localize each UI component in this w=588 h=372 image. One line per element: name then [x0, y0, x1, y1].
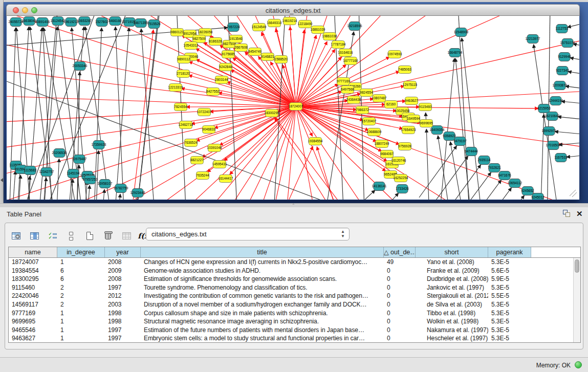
graph-node[interactable]: 19619214: [282, 17, 297, 25]
table-selector-dropdown[interactable]: citations_edges.txt ▲▼: [146, 228, 350, 240]
table-mode-button[interactable]: [9, 229, 23, 243]
edge-black[interactable]: [559, 142, 579, 145]
edge-black[interactable]: [135, 16, 160, 200]
graph-node[interactable]: 62160: [385, 101, 398, 108]
delete-column-button[interactable]: [101, 229, 115, 243]
graph-node[interactable]: 16782759: [114, 184, 128, 193]
import-table-button[interactable]: [120, 229, 133, 243]
edge-red[interactable]: [181, 89, 296, 106]
edge-black[interactable]: [568, 72, 579, 75]
table-row[interactable]: 1938455462009Genome-wide association stu…: [9, 267, 573, 275]
column-header-name[interactable]: name: [9, 247, 57, 257]
graph-node[interactable]: 20053346: [73, 62, 88, 71]
graph-node[interactable]: 15751074: [560, 39, 575, 48]
graph-node[interactable]: 16861039: [311, 26, 325, 34]
graph-node[interactable]: 9242848: [219, 63, 232, 71]
edge-red[interactable]: [186, 106, 296, 107]
graph-node[interactable]: 20206536: [52, 149, 67, 158]
column-visibility-button[interactable]: [28, 229, 41, 243]
graph-node[interactable]: 8471676: [498, 171, 511, 180]
column-header-year[interactable]: year: [105, 247, 141, 257]
select-rows-button[interactable]: ✓ ✓: [46, 229, 59, 243]
graph-node[interactable]: 9777169: [337, 78, 350, 85]
graph-node[interactable]: 14671355: [134, 19, 148, 28]
scrollbar-thumb[interactable]: [575, 259, 579, 273]
table-row[interactable]: 1830029562008Estimation of significance …: [9, 275, 573, 283]
graph-node[interactable]: 12444194: [549, 97, 563, 105]
graph-node[interactable]: 15124542: [51, 17, 66, 26]
graph-node[interactable]: 12923448: [130, 189, 145, 198]
edge-black[interactable]: [534, 45, 559, 200]
edge-black[interactable]: [561, 101, 579, 104]
edge-black[interactable]: [558, 117, 579, 120]
graph-node[interactable]: 9860123: [170, 29, 184, 36]
edge-black[interactable]: [9, 28, 16, 200]
column-header-short[interactable]: short: [416, 247, 488, 257]
table-row[interactable]: 1872400712008Changes of HCN gene express…: [9, 258, 573, 267]
graph-node[interactable]: 18807249: [375, 140, 389, 148]
graph-node[interactable]: 7957224: [227, 23, 240, 32]
control-panel-collapsed-strip[interactable]: [0, 0, 4, 203]
graph-node[interactable]: 7986372: [356, 106, 369, 114]
graph-node[interactable]: 12213319: [168, 84, 183, 92]
graph-node[interactable]: 9756928: [398, 143, 411, 150]
column-header-in-degree[interactable]: in_degree: [57, 247, 105, 257]
graph-node[interactable]: 1527602: [95, 18, 108, 27]
graph-node[interactable]: 9890112: [178, 56, 190, 63]
graph-node[interactable]: 12093872: [553, 81, 568, 90]
graph-node[interactable]: 10653287: [77, 17, 92, 26]
graph-node[interactable]: 8821227: [190, 157, 204, 164]
graph-node[interactable]: 9146821: [261, 53, 274, 61]
graph-node[interactable]: 24055724: [9, 18, 24, 27]
edge-black[interactable]: [565, 86, 579, 89]
graph-node[interactable]: 1649594: [407, 115, 420, 123]
edge-black[interactable]: [365, 193, 399, 200]
graph-node[interactable]: 1913546: [229, 35, 243, 43]
graph-node[interactable]: 15992971: [542, 127, 557, 136]
graph-node[interactable]: 7635244: [196, 172, 209, 180]
vertical-scrollbar[interactable]: [573, 258, 580, 342]
graph-node[interactable]: 16164616: [338, 49, 353, 57]
graph-node[interactable]: 16252254: [394, 174, 408, 182]
graph-node[interactable]: 9463627: [405, 97, 418, 105]
graph-node[interactable]: 17016504: [546, 141, 561, 150]
edge-black[interactable]: [102, 189, 104, 200]
graph-node[interactable]: 7636524: [184, 139, 198, 147]
edge-red[interactable]: [273, 146, 313, 200]
graph-node[interactable]: 6497568: [341, 86, 354, 94]
graph-node[interactable]: 11548908: [454, 28, 469, 37]
panel-splitter[interactable]: ⌃: [0, 203, 588, 207]
graph-node[interactable]: 8454749: [248, 48, 262, 56]
row-height-button[interactable]: [64, 229, 78, 243]
close-panel-button[interactable]: ✕: [576, 209, 583, 218]
network-graph[interactable]: 1872400724055724166380412089140615124542…: [7, 16, 579, 200]
edge-red[interactable]: [317, 147, 344, 200]
graph-node[interactable]: 1115683: [24, 166, 37, 175]
graph-node[interactable]: 1145194: [67, 169, 80, 178]
column-header-title[interactable]: title: [141, 247, 384, 257]
table-row[interactable]: 946554611997Estimation of the future num…: [9, 326, 573, 335]
graph-node[interactable]: 14136141: [372, 182, 387, 191]
graph-node[interactable]: 8466160: [108, 17, 122, 26]
graph-node[interactable]: 10391046: [207, 144, 222, 152]
graph-node[interactable]: 12213977: [526, 35, 540, 43]
graph-node[interactable]: 16648794: [448, 49, 463, 57]
graph-node[interactable]: 16638041: [22, 17, 37, 26]
graph-node[interactable]: 12342757: [39, 168, 54, 177]
edge-black[interactable]: [87, 185, 90, 200]
graph-node[interactable]: 15124549: [252, 24, 267, 31]
graph-node[interactable]: 7824554: [174, 103, 187, 111]
table-row[interactable]: 969969511998Structural magnetic resonanc…: [9, 317, 573, 326]
edge-red[interactable]: [230, 106, 296, 174]
graph-node[interactable]: 8215953: [537, 104, 551, 113]
graph-node[interactable]: 2718120: [177, 70, 190, 78]
graph-node[interactable]: 14595431: [212, 161, 227, 168]
graph-node[interactable]: 8427552: [206, 88, 220, 96]
edge-black[interactable]: [540, 114, 544, 200]
graph-node[interactable]: 12975115: [403, 81, 418, 89]
graph-node[interactable]: 10688609: [367, 128, 382, 136]
edge-black[interactable]: [568, 23, 579, 27]
graph-node[interactable]: 10654112: [508, 179, 522, 188]
edge-red[interactable]: [262, 32, 296, 106]
edge-black[interactable]: [12, 171, 15, 200]
